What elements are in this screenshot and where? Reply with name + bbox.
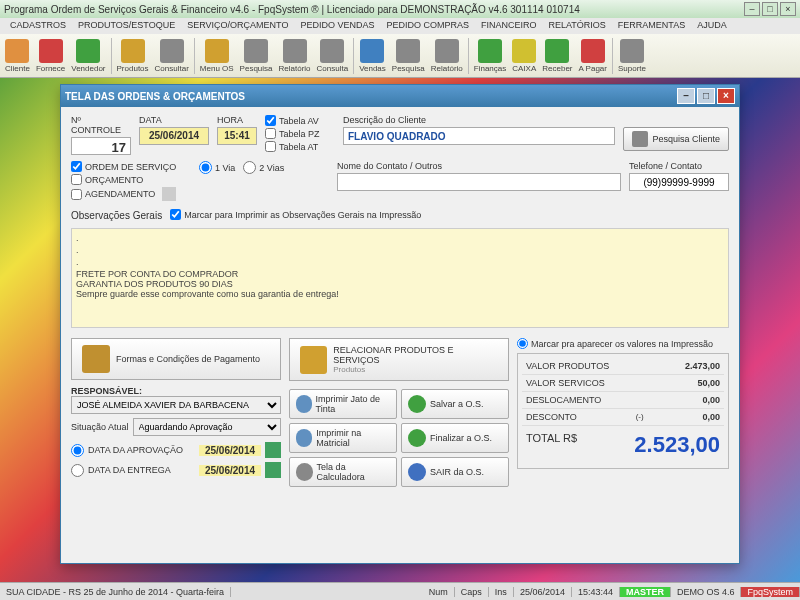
imprimir-matricial-button[interactable]: Imprimir na Matricial <box>289 423 397 453</box>
close-button[interactable]: × <box>780 2 796 16</box>
desc-cliente-input[interactable] <box>343 127 615 145</box>
via1-radio[interactable] <box>199 161 212 174</box>
toolbar-suporte[interactable]: Suporte <box>615 38 649 74</box>
desconto: 0,00 <box>702 412 720 422</box>
nome-contato-input[interactable] <box>337 173 621 191</box>
toolbar-produtos[interactable]: Produtos <box>114 38 152 74</box>
check-icon <box>408 429 426 447</box>
toolbar-relatório[interactable]: Relatório <box>276 38 314 74</box>
obs-print-check[interactable] <box>170 209 181 220</box>
data-aprov-input[interactable]: 25/06/2014 <box>199 445 261 456</box>
menubar: CADASTROS PRODUTOS/ESTOQUE SERVIÇO/ORÇAM… <box>0 18 800 34</box>
finanças-icon <box>478 39 502 63</box>
calendar-aprov-icon[interactable] <box>265 442 281 458</box>
printer-icon <box>296 395 312 413</box>
calendar-icon[interactable] <box>162 187 176 201</box>
controle-label: Nº CONTROLE <box>71 115 131 135</box>
window-maximize[interactable]: □ <box>697 88 715 104</box>
menu-relatorios[interactable]: RELATÓRIOS <box>542 18 611 34</box>
tipo-age-check[interactable] <box>71 189 82 200</box>
tabela-pz-check[interactable] <box>265 128 276 139</box>
toolbar-caixa[interactable]: CAIXA <box>509 38 539 74</box>
responsavel-select[interactable]: JOSÉ ALMEIDA XAVIER DA BARBACENA <box>71 396 281 414</box>
window-close[interactable]: × <box>717 88 735 104</box>
marcar-valores-radio[interactable] <box>517 338 528 349</box>
relatório-icon <box>435 39 459 63</box>
imprimir-jato-button[interactable]: Imprimir Jato de Tinta <box>289 389 397 419</box>
situacao-select[interactable]: Aguardando Aprovação <box>133 418 281 436</box>
salvar-button[interactable]: Salvar a O.S. <box>401 389 509 419</box>
telefone-input[interactable] <box>629 173 729 191</box>
menu-cadastros[interactable]: CADASTROS <box>4 18 72 34</box>
status-demo: DEMO OS 4.6 <box>671 587 742 597</box>
tipo-os-check[interactable] <box>71 161 82 172</box>
obs-label: Observações Gerais <box>71 210 162 221</box>
toolbar-consultar[interactable]: Consultar <box>152 38 192 74</box>
statusbar: SUA CIDADE - RS 25 de Junho de 2014 - Qu… <box>0 582 800 600</box>
tabela-av-check[interactable] <box>265 115 276 126</box>
consultar-icon <box>160 39 184 63</box>
toolbar-fornece[interactable]: Fornece <box>33 38 68 74</box>
app-title: Programa Ordem de Serviços Gerais & Fina… <box>4 4 742 15</box>
window-minimize[interactable]: – <box>677 88 695 104</box>
menu-produtos[interactable]: PRODUTOS/ESTOQUE <box>72 18 181 34</box>
obs-textarea[interactable]: . . . FRETE POR CONTA DO COMPRADOR GARAN… <box>71 228 729 328</box>
menu-ajuda[interactable]: AJUDA <box>691 18 733 34</box>
toolbar-pesquisa[interactable]: Pesquisa <box>389 38 428 74</box>
toolbar-pesquisa[interactable]: Pesquisa <box>237 38 276 74</box>
window-title: TELA DAS ORDENS & ORÇAMENTOS <box>65 91 675 102</box>
finalizar-button[interactable]: Finalizar a O.S. <box>401 423 509 453</box>
menu-ferramentas[interactable]: FERRAMENTAS <box>612 18 691 34</box>
toolbar-vendas[interactable]: Vendas <box>356 38 389 74</box>
status-time: 15:43:44 <box>572 587 620 597</box>
toolbar-consulta[interactable]: Consulta <box>314 38 352 74</box>
payment-icon <box>82 345 110 373</box>
nome-contato-label: Nome do Contato / Outros <box>337 161 621 171</box>
desc-cliente-label: Descrição do Cliente <box>343 115 615 125</box>
vendedor-icon <box>76 39 100 63</box>
calendar-entrega-icon[interactable] <box>265 462 281 478</box>
data-entrega-radio[interactable] <box>71 464 84 477</box>
status-brand: FpqSystem <box>741 587 800 597</box>
maximize-button[interactable]: □ <box>762 2 778 16</box>
calculadora-button[interactable]: Tela da Calculadora <box>289 457 397 487</box>
menu-pedido-vendas[interactable]: PEDIDO VENDAS <box>294 18 380 34</box>
toolbar-menu os[interactable]: Menu OS <box>197 38 237 74</box>
data-aprov-radio[interactable] <box>71 444 84 457</box>
minimize-button[interactable]: – <box>744 2 760 16</box>
valor-servicos: 50,00 <box>697 378 720 388</box>
receber-icon <box>545 39 569 63</box>
tipo-orc-check[interactable] <box>71 174 82 185</box>
menu os-icon <box>205 39 229 63</box>
via2-radio[interactable] <box>243 161 256 174</box>
suporte-icon <box>620 39 644 63</box>
hora-label: HORA <box>217 115 257 125</box>
exit-icon <box>408 463 426 481</box>
toolbar-receber[interactable]: Receber <box>539 38 575 74</box>
relatório-icon <box>283 39 307 63</box>
toolbar-vendedor[interactable]: Vendedor <box>68 38 108 74</box>
toolbar-cliente[interactable]: Cliente <box>2 38 33 74</box>
toolbar-a pagar[interactable]: A Pagar <box>576 38 610 74</box>
pesquisa-icon <box>244 39 268 63</box>
tabela-at-check[interactable] <box>265 141 276 152</box>
situacao-label: Situação Atual <box>71 422 129 432</box>
menu-financeiro[interactable]: FINANCEIRO <box>475 18 543 34</box>
data-entrega-input[interactable]: 25/06/2014 <box>199 465 261 476</box>
toolbar-relatório[interactable]: Relatório <box>428 38 466 74</box>
data-label: DATA <box>139 115 209 125</box>
formas-pagamento-button[interactable]: Formas e Condições de Pagamento <box>71 338 281 380</box>
hora-input[interactable]: 15:41 <box>217 127 257 145</box>
toolbar-finanças[interactable]: Finanças <box>471 38 509 74</box>
data-input[interactable]: 25/06/2014 <box>139 127 209 145</box>
menu-pedido-compras[interactable]: PEDIDO COMPRAS <box>380 18 475 34</box>
relacionar-button[interactable]: RELACIONAR PRODUTOS E SERVIÇOS Produtos <box>289 338 509 381</box>
telefone-label: Telefone / Contato <box>629 161 729 171</box>
vendas-icon <box>360 39 384 63</box>
pesquisa-cliente-button[interactable]: Pesquisa Cliente <box>623 127 729 151</box>
controle-input[interactable]: 17 <box>71 137 131 155</box>
status-ins: Ins <box>489 587 514 597</box>
sair-button[interactable]: SAIR da O.S. <box>401 457 509 487</box>
status-caps: Caps <box>455 587 489 597</box>
menu-servico[interactable]: SERVIÇO/ORÇAMENTO <box>181 18 294 34</box>
